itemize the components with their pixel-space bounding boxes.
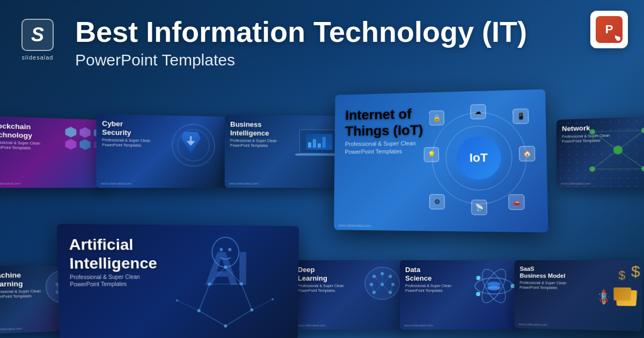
slide-cyber[interactable]: CyberSecurity Professional & Super Clean… — [96, 114, 228, 188]
ml-label: MachineLearning Professional & Super Cle… — [0, 271, 41, 299]
powerpoint-icon-badge: P ► — [590, 11, 628, 48]
dl-label: DeepLearning Professional & Super CleanP… — [298, 266, 344, 293]
logo-name: slidesalad — [22, 54, 54, 61]
ppt-dot — [616, 36, 620, 41]
ai-subtitle: Professional & Super CleanPowerPoint Tem… — [70, 273, 157, 288]
network-label: Network Professional & Super CleanPowerP… — [562, 123, 610, 144]
network-watermark: www.slidesalad.com — [561, 182, 591, 185]
slide-deep-learning[interactable]: DeepLearning Professional & Super CleanP… — [292, 260, 411, 329]
blockchain-watermark: www.slidesalad.com — [0, 182, 20, 185]
cyber-label: CyberSecurity Professional & Super Clean… — [102, 119, 150, 148]
svg-line-38 — [252, 299, 273, 310]
iot-icon-device1: 📱 — [513, 108, 529, 124]
svg-point-67 — [476, 292, 480, 296]
iot-icon-device2: 🏠 — [519, 146, 535, 161]
svg-line-3 — [618, 150, 644, 169]
iot-icon-device5: ⚙ — [429, 194, 445, 209]
dl-subtitle: Professional & Super CleanPowerPoint Tem… — [298, 283, 344, 293]
svg-point-49 — [391, 283, 394, 286]
svg-point-6 — [613, 145, 623, 154]
svg-line-30 — [225, 310, 252, 326]
svg-line-37 — [177, 300, 199, 311]
ds-subtitle: Professional & Super CleanPowerPoint Tem… — [405, 283, 451, 293]
svg-point-64 — [487, 286, 500, 290]
svg-point-36 — [224, 325, 227, 328]
svg-point-35 — [250, 308, 253, 312]
dl-watermark: www.slidesalad.com — [297, 324, 326, 327]
iot-icon-device6: 💡 — [424, 147, 439, 162]
slide-network[interactable]: Network Professional & Super CleanPowerP… — [557, 116, 644, 188]
cyber-title: CyberSecurity — [102, 119, 150, 137]
logo-box: S — [21, 19, 54, 51]
ds-title: DataScience — [405, 266, 451, 282]
dl-title: DeepLearning — [298, 266, 344, 282]
bi-title: BusinessIntelligence — [230, 120, 277, 137]
bi-subtitle: Professional & Super CleanPowerPoint Tem… — [230, 138, 277, 148]
cyber-subtitle: Professional & Super CleanPowerPoint Tem… — [102, 137, 150, 148]
slide-saas-business-model[interactable]: $ $ 🚀 SaaSBusiness Model Professional & … — [514, 260, 643, 331]
iot-title: Internet ofThings (IoT) — [345, 106, 423, 139]
saas-watermark: www.slidesalad.com — [518, 322, 547, 326]
iot-subtitle: Professional & Super CleanPowerPoint Tem… — [345, 139, 423, 156]
iot-label: Internet ofThings (IoT) Professional & S… — [345, 106, 423, 156]
svg-point-47 — [370, 283, 373, 286]
blockchain-label: BlockchainTechnology Professional & Supe… — [0, 121, 40, 151]
svg-point-40 — [272, 298, 274, 300]
iot-watermark: www.slidesalad.com — [338, 224, 371, 228]
cyber-watermark: www.slidesalad.com — [101, 182, 131, 185]
logo-letter: S — [31, 24, 44, 46]
ds-label: DataScience Professional & Super CleanPo… — [405, 266, 451, 293]
cyber-visual — [169, 121, 217, 174]
ai-watermark-text: AI — [204, 241, 247, 296]
saas-visual: $ $ 🚀 — [580, 263, 640, 312]
saas-label: SaaSBusiness Model Professional & Super … — [519, 266, 567, 290]
ml-title: MachineLearning — [0, 271, 41, 288]
iot-center-label: IoT — [456, 136, 501, 180]
ds-visual — [470, 264, 518, 307]
ml-subtitle: Professional & Super CleanPowerPoint Tem… — [0, 289, 41, 299]
saas-title: SaaSBusiness Model — [519, 266, 567, 280]
blockchain-title: BlockchainTechnology — [0, 121, 40, 139]
header: S slidesalad Best Information Technology… — [0, 0, 644, 118]
ppt-icon-inner: P ► — [596, 16, 623, 43]
svg-line-1 — [618, 130, 644, 150]
svg-point-9 — [589, 166, 595, 172]
sub-title: PowerPoint Templates — [75, 51, 623, 69]
svg-point-39 — [176, 299, 178, 302]
slide-iot[interactable]: Internet ofThings (IoT) Professional & S… — [334, 89, 548, 232]
iot-icon-cloud: ☁ — [470, 104, 486, 119]
ai-title: ArtificialIntelligence — [69, 236, 157, 273]
ds-watermark: www.slidesalad.com — [404, 324, 433, 327]
iot-icon-device3: 🚗 — [508, 194, 524, 210]
logo-area: S slidesalad — [21, 19, 54, 61]
network-title: Network — [562, 123, 610, 133]
slide-data-science[interactable]: DataScience Professional & Super CleanPo… — [400, 260, 524, 329]
bi-watermark: www.slidesalad.com — [229, 182, 259, 185]
svg-line-2 — [592, 150, 618, 170]
network-subtitle: Professional & Super CleanPowerPoint Tem… — [562, 133, 610, 143]
slide-blockchain[interactable]: BlockchainTechnology Professional & Supe… — [0, 116, 109, 188]
main-title: Best Information Technology (IT) — [75, 16, 623, 48]
svg-line-5 — [592, 168, 644, 169]
iot-icon-device7: 🔒 — [429, 111, 444, 126]
slide-artificial-intelligence[interactable]: AI ArtificialIntelligence Professional &… — [57, 224, 299, 338]
bi-label: BusinessIntelligence Professional & Supe… — [230, 120, 277, 148]
svg-line-29 — [199, 310, 226, 326]
slides-area: BlockchainTechnology Professional & Supe… — [0, 107, 644, 338]
ppt-p-letter: P — [605, 23, 613, 36]
svg-point-66 — [476, 276, 480, 280]
ai-label: ArtificialIntelligence Professional & Su… — [69, 236, 157, 288]
saas-subtitle: Professional & Super CleanPowerPoint Tem… — [519, 281, 566, 291]
title-area: Best Information Technology (IT) PowerPo… — [75, 16, 623, 69]
blockchain-subtitle: Professional & Super CleanPowerPoint Tem… — [0, 140, 40, 151]
iot-icon-device4: 📡 — [471, 200, 487, 215]
iot-diagram: IoT ☁ 📱 🏠 🚗 📡 ⚙ 💡 🔒 — [423, 100, 536, 216]
